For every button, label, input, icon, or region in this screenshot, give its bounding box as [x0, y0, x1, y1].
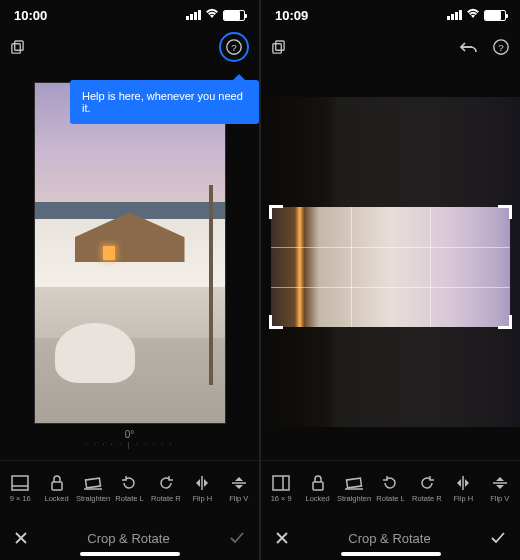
tool-label: Straighten: [76, 494, 110, 503]
svg-text:?: ?: [231, 42, 237, 53]
cancel-button[interactable]: [275, 531, 289, 545]
phone-right: 10:09 ?: [261, 0, 520, 560]
mode-title: Crop & Rotate: [87, 531, 169, 546]
cell-signal-icon: [186, 10, 201, 20]
svg-text:?: ?: [498, 42, 504, 53]
tool-label: Flip H: [454, 494, 474, 503]
help-button[interactable]: ?: [492, 38, 510, 56]
crop-handle-bl[interactable]: [269, 315, 283, 329]
tool-flip-v[interactable]: Flip V: [221, 475, 257, 503]
copy-icon[interactable]: [10, 40, 25, 55]
tool-rotate-right[interactable]: Rotate R: [409, 475, 445, 503]
tool-label: Straighten: [337, 494, 371, 503]
svg-rect-12: [276, 40, 284, 49]
crop-frame[interactable]: [271, 207, 510, 327]
tool-label: Rotate R: [151, 494, 181, 503]
edit-canvas[interactable]: [261, 64, 520, 460]
tool-aspect[interactable]: 16 × 9: [263, 475, 299, 503]
status-icons: [186, 8, 245, 22]
crop-handle-tr[interactable]: [498, 205, 512, 219]
tool-label: Flip V: [490, 494, 509, 503]
svg-rect-17: [313, 482, 323, 490]
svg-rect-15: [273, 476, 289, 490]
tool-locked[interactable]: Locked: [299, 475, 335, 503]
crop-toolbar: 16 × 9 Locked Straighten Rotate L Rotate…: [261, 460, 520, 516]
tool-label: Flip V: [229, 494, 248, 503]
home-indicator[interactable]: [341, 552, 441, 556]
wifi-icon: [466, 8, 480, 22]
tool-label: Locked: [45, 494, 69, 503]
photo-preview[interactable]: [261, 97, 520, 427]
rotation-dial[interactable]: 0° · · · · · | · · · · ·: [85, 423, 174, 451]
angle-value: 0°: [125, 429, 135, 440]
status-icons: [447, 8, 506, 22]
photo-preview[interactable]: [35, 83, 225, 423]
crop-handle-br[interactable]: [498, 315, 512, 329]
top-bar: ?: [261, 30, 520, 64]
crop-handle-tl[interactable]: [269, 205, 283, 219]
tool-locked[interactable]: Locked: [38, 475, 74, 503]
tool-label: Rotate R: [412, 494, 442, 503]
mode-title: Crop & Rotate: [348, 531, 430, 546]
svg-rect-18: [347, 478, 362, 488]
help-tooltip: Help is here, whenever you need it.: [70, 80, 259, 124]
cancel-button[interactable]: [14, 531, 28, 545]
tool-straighten[interactable]: Straighten: [336, 475, 372, 503]
tool-rotate-left[interactable]: Rotate L: [372, 475, 408, 503]
copy-icon[interactable]: [271, 40, 286, 55]
status-bar: 10:00: [0, 0, 259, 30]
crop-toolbar: 9 × 16 Locked Straighten Rotate L Rotate…: [0, 460, 259, 516]
tool-label: Locked: [306, 494, 330, 503]
tool-flip-v[interactable]: Flip V: [482, 475, 518, 503]
svg-rect-6: [52, 482, 62, 490]
clock: 10:09: [275, 8, 308, 23]
wifi-icon: [205, 8, 219, 22]
svg-rect-0: [12, 43, 20, 52]
battery-icon: [223, 10, 245, 21]
status-bar: 10:09: [261, 0, 520, 30]
tool-aspect[interactable]: 9 × 16: [2, 475, 38, 503]
tool-flip-h[interactable]: Flip H: [445, 475, 481, 503]
help-button[interactable]: ?: [219, 32, 249, 62]
clock: 10:00: [14, 8, 47, 23]
home-indicator[interactable]: [80, 552, 180, 556]
tool-label: Flip H: [193, 494, 213, 503]
svg-rect-4: [12, 476, 28, 490]
tool-label: 9 × 16: [10, 494, 31, 503]
tool-label: 16 × 9: [271, 494, 292, 503]
svg-rect-1: [15, 40, 23, 49]
tool-straighten[interactable]: Straighten: [75, 475, 111, 503]
battery-icon: [484, 10, 506, 21]
top-bar: ?: [0, 30, 259, 64]
tool-label: Rotate L: [115, 494, 143, 503]
tool-rotate-left[interactable]: Rotate L: [111, 475, 147, 503]
cell-signal-icon: [447, 10, 462, 20]
phone-left: 10:00 ? Help is here, whenever you need …: [0, 0, 259, 560]
undo-button[interactable]: [460, 38, 478, 56]
dial-ticks: · · · · · | · · · · ·: [85, 440, 174, 449]
confirm-button[interactable]: [490, 531, 506, 545]
svg-rect-7: [86, 478, 101, 488]
tool-rotate-right[interactable]: Rotate R: [148, 475, 184, 503]
tool-label: Rotate L: [376, 494, 404, 503]
confirm-button[interactable]: [229, 531, 245, 545]
tool-flip-h[interactable]: Flip H: [184, 475, 220, 503]
svg-rect-11: [273, 43, 281, 52]
